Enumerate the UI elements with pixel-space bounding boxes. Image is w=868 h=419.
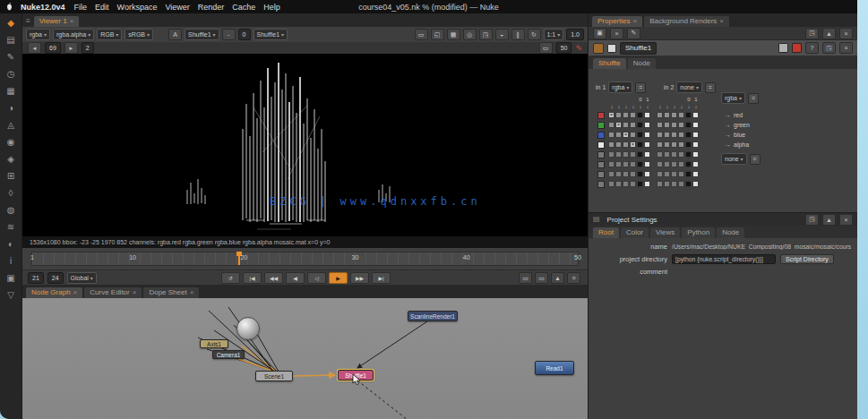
in2-select[interactable]: none▾ (676, 81, 702, 93)
shuffle-cell[interactable] (664, 141, 670, 148)
shuffle-cell[interactable] (671, 171, 677, 177)
shuffle-cell[interactable] (608, 161, 614, 167)
shuffle-cell[interactable] (644, 151, 650, 158)
shuffle-cell[interactable] (637, 181, 643, 187)
3d-nodes-icon[interactable]: ◊ (4, 187, 18, 199)
shuffle-cell[interactable] (644, 112, 650, 118)
layer-select[interactable]: rgba▾ (26, 29, 50, 40)
shuffle-cell[interactable] (608, 171, 614, 177)
shuffle-cell[interactable] (678, 112, 684, 118)
edit-panel-icon[interactable]: ✎ (627, 28, 640, 39)
tab-close-icon[interactable]: × (70, 17, 74, 25)
app-name[interactable]: Nuke12.0v4 (21, 3, 65, 12)
close-panel-icon[interactable]: × (839, 214, 853, 226)
clear-panels-icon[interactable]: × (610, 28, 623, 39)
frame-back-button[interactable]: ◂ (28, 42, 41, 54)
tab-close-icon[interactable]: × (133, 288, 137, 296)
tab-viewer-1[interactable]: Viewer 1 × (34, 16, 80, 27)
shuffle-cell[interactable] (685, 141, 692, 148)
shuffle-cell[interactable] (657, 151, 663, 158)
tab-close-icon[interactable]: × (719, 17, 724, 25)
maximize-panel-icon[interactable]: ▲ (822, 28, 836, 39)
shuffle-cell[interactable] (623, 141, 629, 148)
lock-range-icon[interactable]: ▲ (551, 272, 564, 284)
zoom-select[interactable]: 1:1▾ (544, 29, 564, 40)
frame-step-field[interactable]: 2 (82, 42, 94, 54)
tab-views[interactable]: Views (650, 227, 680, 238)
shuffle-cell[interactable] (685, 171, 692, 177)
shuffle-cell[interactable] (630, 112, 636, 118)
tab-node-graph[interactable]: Node Graph× (26, 287, 82, 298)
shuffle-cell[interactable] (664, 161, 670, 167)
current-frame-field[interactable]: 21 (28, 272, 44, 284)
shuffle-cell[interactable] (664, 151, 670, 158)
roi-icon[interactable]: ▭ (415, 29, 428, 40)
filter-nodes-icon[interactable]: ◬ (4, 119, 18, 131)
play-backward-button[interactable]: ◁ (307, 272, 326, 284)
tab-close-icon[interactable]: × (632, 17, 637, 25)
shuffle-cell[interactable] (678, 181, 684, 187)
b-buffer-select[interactable]: Shuffle1▾ (254, 29, 288, 40)
tab-color[interactable]: Color (621, 227, 649, 238)
zebra-icon[interactable]: ◳ (479, 29, 493, 40)
shuffle-cell[interactable] (615, 132, 622, 138)
shuffle-cell[interactable] (637, 161, 643, 167)
tab-dope-sheet[interactable]: Dope Sheet× (143, 287, 199, 298)
shuffle-cell[interactable]: × (630, 141, 636, 148)
color-nodes-icon[interactable]: ◑ (4, 102, 18, 114)
other-nodes-icon[interactable]: ▽ (4, 289, 18, 301)
shuffle-cell[interactable] (678, 161, 684, 167)
shuffle-cell[interactable] (664, 122, 670, 128)
node-color-chip[interactable] (778, 43, 788, 53)
menu-workspace[interactable]: Workspace (117, 3, 158, 12)
shuffle-cell[interactable] (644, 161, 650, 167)
shuffle-cell[interactable] (671, 181, 677, 187)
shuffle-cell[interactable] (608, 181, 614, 187)
shuffle-cell[interactable] (657, 181, 663, 187)
node-camera[interactable]: Camera1 (212, 350, 245, 359)
node-light[interactable] (236, 317, 260, 340)
shuffle-cell[interactable] (623, 151, 629, 158)
tab-python[interactable]: Python (682, 227, 715, 238)
play-forward-button[interactable]: ▶ (329, 272, 348, 284)
shuffle-cell[interactable] (623, 171, 629, 177)
gain-field[interactable]: 1.0 (566, 29, 584, 40)
timeline-options-icon[interactable]: ≡ (567, 272, 580, 284)
shuffle-cell[interactable] (685, 161, 692, 167)
tab-close-icon[interactable]: × (190, 288, 194, 296)
transform-nodes-icon[interactable]: ⊞ (4, 170, 18, 182)
viewer-image[interactable]: BZCG | www.qdnxxfb.cn (22, 54, 588, 236)
draw-nodes-icon[interactable]: ✎ (4, 51, 18, 63)
panel-menu-icon[interactable]: ▤ (593, 215, 600, 223)
shuffle-cell[interactable] (692, 112, 699, 118)
shuffle-cell[interactable] (644, 132, 650, 138)
close-node-panel-icon[interactable]: × (839, 42, 853, 54)
tab-root[interactable]: Root (593, 227, 619, 238)
pause-icon[interactable]: ∥ (511, 29, 525, 40)
shuffle-cell[interactable] (685, 132, 692, 138)
shuffle-cell[interactable] (630, 181, 636, 187)
shuffle-cell[interactable] (637, 122, 643, 128)
in2-link-button[interactable]: = (705, 82, 716, 93)
shuffle-cell[interactable] (692, 151, 699, 158)
menu-edit[interactable]: Edit (95, 3, 109, 12)
nuke-logo-icon[interactable]: ◆ (4, 17, 18, 29)
shuffle-cell[interactable] (671, 161, 677, 167)
shuffle-cell[interactable] (692, 132, 699, 138)
shuffle-cell[interactable] (678, 171, 684, 177)
shuffle-cell[interactable] (630, 151, 636, 158)
roi-pencil-icon[interactable]: ✎ (575, 44, 582, 53)
prev-keyframe-button[interactable]: ◀◀ (264, 272, 283, 284)
close-panel-icon[interactable]: × (839, 28, 853, 39)
b-buffer-index[interactable]: 0 (238, 29, 251, 40)
node-read[interactable]: Read1 (535, 361, 574, 375)
tab-properties[interactable]: Properties× (592, 16, 642, 27)
shuffle-cell[interactable] (678, 132, 684, 138)
shuffle-cell[interactable] (664, 171, 670, 177)
in1-link-button[interactable]: = (635, 82, 646, 93)
shuffle-cell[interactable] (671, 132, 677, 138)
shuffle-cell[interactable] (608, 151, 614, 158)
shuffle-cell[interactable] (615, 181, 622, 187)
toolsets-icon[interactable]: ▣ (4, 272, 18, 284)
shuffle-cell[interactable] (637, 141, 643, 148)
